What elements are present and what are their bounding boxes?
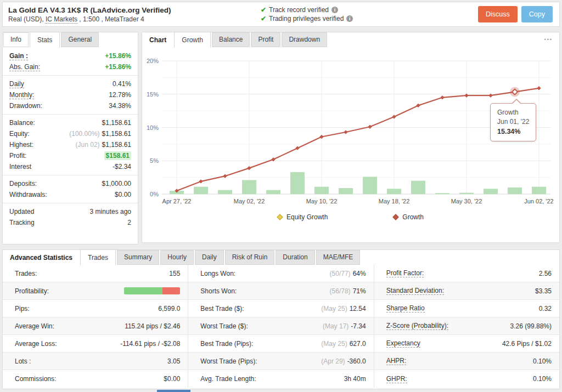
tab-risk-of-ruin[interactable]: Risk of Ruin bbox=[225, 250, 275, 265]
bottom-cutoff-bar bbox=[157, 390, 190, 392]
stat-value-wrap: (Jun 02)$1,158.61 bbox=[76, 141, 131, 149]
stat-label[interactable]: Monthly: bbox=[9, 91, 34, 99]
row-value: 6,599.0 bbox=[158, 305, 180, 313]
copy-button[interactable]: Copy bbox=[521, 6, 553, 22]
row-value-text: 6,599.0 bbox=[158, 305, 180, 313]
table-row: Best Trade ($):(May 25)12.54 bbox=[188, 300, 373, 317]
table-row: Trades:155 bbox=[3, 265, 188, 282]
stat-value-wrap: $1,000.00 bbox=[102, 180, 131, 188]
row-value: $0.00 bbox=[164, 375, 180, 383]
row-value: $3.35 bbox=[535, 287, 552, 295]
tab-profit[interactable]: Profit bbox=[251, 32, 280, 47]
stat-value-wrap: $0.00 bbox=[115, 191, 131, 198]
chart-menu-ellipsis-icon[interactable]: ••• bbox=[544, 37, 553, 42]
row-value-text: $0.00 bbox=[164, 375, 180, 383]
stat-label[interactable]: Gain : bbox=[9, 52, 28, 60]
info-icon[interactable]: i bbox=[331, 7, 338, 13]
info-icon[interactable]: i bbox=[346, 15, 353, 22]
row-value: 0.10% bbox=[533, 357, 552, 365]
tab-drawdown[interactable]: Drawdown bbox=[282, 32, 327, 47]
svg-text:10%: 10% bbox=[147, 124, 159, 131]
row-value: 3.05 bbox=[167, 357, 180, 365]
legend-label: Growth bbox=[402, 213, 424, 221]
row-label[interactable]: Sharpe Ratio bbox=[386, 304, 425, 313]
row-label[interactable]: AHPR: bbox=[386, 357, 407, 365]
discuss-button[interactable]: Discuss bbox=[478, 6, 518, 22]
stat-label: Deposits: bbox=[9, 180, 37, 188]
table-row: Longs Won:(50/77)64% bbox=[188, 265, 373, 282]
row-value-muted: (Apr 29) bbox=[321, 357, 345, 365]
stat-value-wrap: 3 minutes ago bbox=[90, 208, 131, 215]
stat-row: Interest-$2.34 bbox=[3, 161, 138, 172]
stat-value: 0.41% bbox=[113, 80, 131, 88]
tab-info[interactable]: Info bbox=[3, 32, 29, 47]
divider bbox=[3, 75, 138, 76]
growth-line-series bbox=[175, 87, 541, 193]
svg-text:Apr 27, '22: Apr 27, '22 bbox=[162, 198, 192, 204]
table-row: Best Trade (Pips):(May 25)627.0 bbox=[188, 335, 373, 353]
tab-growth[interactable]: Growth bbox=[174, 32, 211, 48]
tab-stats[interactable]: Stats bbox=[30, 32, 60, 48]
stats-column: Trades:155Profitability:Pips:6,599.0Aver… bbox=[3, 265, 188, 388]
legend-item-growth[interactable]: Growth bbox=[394, 213, 424, 221]
row-label[interactable]: Standard Deviation: bbox=[386, 287, 444, 295]
tab-chart: Chart bbox=[143, 33, 173, 47]
account-title: La Gold EA V4.3 1K$ R (LaAdvice.org Veri… bbox=[8, 5, 261, 15]
stat-row: Monthly:12.78% bbox=[3, 89, 138, 100]
stat-row: Withdrawals:$0.00 bbox=[3, 189, 138, 200]
svg-text:May 30, '22: May 30, '22 bbox=[451, 198, 482, 204]
row-label: Avg. Trade Length: bbox=[200, 375, 256, 383]
verification-row: ✔Track record verifiedi bbox=[261, 5, 425, 14]
stat-label: Withdrawals: bbox=[9, 191, 47, 198]
stat-value: 34.38% bbox=[109, 102, 131, 110]
profitability-bar bbox=[124, 287, 180, 294]
tab-general[interactable]: General bbox=[61, 32, 99, 47]
chart-tooltip: Growth Jun 01, '22 15.34% bbox=[490, 103, 536, 141]
tab-summary[interactable]: Summary bbox=[117, 250, 159, 265]
table-row: AHPR:0.10% bbox=[374, 353, 559, 370]
row-label: Longs Won: bbox=[200, 270, 235, 277]
stat-label: Balance: bbox=[9, 119, 35, 127]
tab-duration[interactable]: Duration bbox=[276, 250, 314, 265]
row-label[interactable]: GHPR: bbox=[386, 375, 407, 383]
svg-text:15%: 15% bbox=[147, 91, 159, 98]
tab-daily[interactable]: Daily bbox=[195, 250, 224, 265]
stat-label: Interest bbox=[9, 163, 31, 171]
row-value: (Apr 29)-360.0 bbox=[321, 357, 366, 365]
table-row: Z-Score (Probability):3.26 (99.88%) bbox=[374, 317, 559, 335]
svg-text:May 10, '22: May 10, '22 bbox=[306, 198, 338, 204]
tab-balance[interactable]: Balance bbox=[212, 32, 250, 47]
tab-trades[interactable]: Trades bbox=[80, 249, 116, 265]
table-row: Avg. Trade Length:3h 40m bbox=[188, 370, 373, 388]
tab-mae-mfe[interactable]: MAE/MFE bbox=[316, 250, 361, 265]
losses-bar-segment bbox=[162, 287, 181, 294]
stat-label: Updated bbox=[9, 208, 34, 215]
row-value: (56/78)71% bbox=[330, 287, 366, 295]
tooltip-date: Jun 01, '22 bbox=[497, 117, 529, 127]
row-value: 3h 40m bbox=[344, 375, 366, 383]
row-label[interactable]: Profit Factor: bbox=[386, 269, 424, 277]
svg-text:20%: 20% bbox=[147, 58, 159, 64]
svg-text:5%: 5% bbox=[150, 157, 159, 164]
row-label: Profitability: bbox=[15, 287, 49, 295]
stat-value: +15.86% bbox=[105, 63, 131, 71]
row-value: (May 25)12.54 bbox=[321, 305, 366, 313]
tab-hourly[interactable]: Hourly bbox=[160, 250, 194, 265]
verification-label: Trading privileges verified bbox=[269, 14, 344, 23]
stat-row: Profit:$158.61 bbox=[3, 150, 138, 161]
table-row: Expectancy42.6 Pips / $1.02 bbox=[374, 335, 559, 353]
legend-item-equity-growth[interactable]: Equity Growth bbox=[278, 213, 328, 221]
table-row: Worst Trade ($):(May 17)-7.34 bbox=[188, 317, 373, 335]
divider bbox=[3, 114, 138, 115]
row-value: (May 17)-7.34 bbox=[323, 322, 366, 330]
row-label[interactable]: Z-Score (Probability): bbox=[386, 322, 448, 330]
account-platform: , 1:500 , MetaTrader 4 bbox=[77, 15, 144, 23]
row-value: 0.10% bbox=[533, 375, 552, 383]
stat-value-wrap: $158.61 bbox=[104, 152, 131, 160]
row-label[interactable]: Expectancy bbox=[386, 339, 420, 348]
row-value-text: $3.35 bbox=[535, 287, 552, 295]
broker-link[interactable]: IC Markets bbox=[46, 15, 77, 24]
stat-label[interactable]: Abs. Gain: bbox=[9, 63, 40, 71]
row-label: Lots : bbox=[15, 357, 31, 365]
stat-label[interactable]: Daily bbox=[9, 80, 24, 88]
